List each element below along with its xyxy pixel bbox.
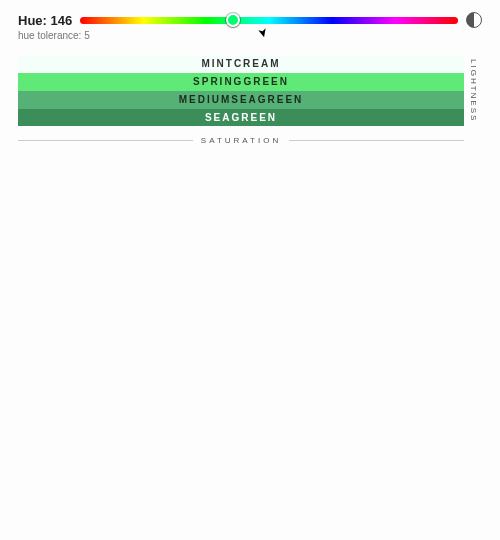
hue-slider-thumb[interactable] (226, 13, 240, 27)
hue-spectrum (80, 17, 458, 24)
lightness-axis-label: LIGHTNESS (469, 59, 478, 122)
swatch-mintcream[interactable]: MINTCREAM (18, 55, 464, 73)
hue-slider[interactable]: ➤ (80, 13, 458, 27)
saturation-axis-label: SATURATION (201, 136, 281, 145)
swatch-springgreen[interactable]: SPRINGGREEN (18, 73, 464, 91)
swatch-seagreen[interactable]: SEAGREEN (18, 109, 464, 127)
swatch-list: MINTCREAMSPRINGGREENMEDIUMSEAGREENSEAGRE… (18, 55, 464, 126)
swatch-mediumseagreen[interactable]: MEDIUMSEAGREEN (18, 91, 464, 109)
saturation-axis: SATURATION (18, 136, 482, 145)
lightness-axis: LIGHTNESS (464, 55, 482, 126)
hue-label: Hue: 146 (18, 13, 72, 28)
contrast-toggle-icon[interactable] (466, 12, 482, 28)
hue-tolerance-label: hue tolerance: 5 (18, 30, 482, 41)
